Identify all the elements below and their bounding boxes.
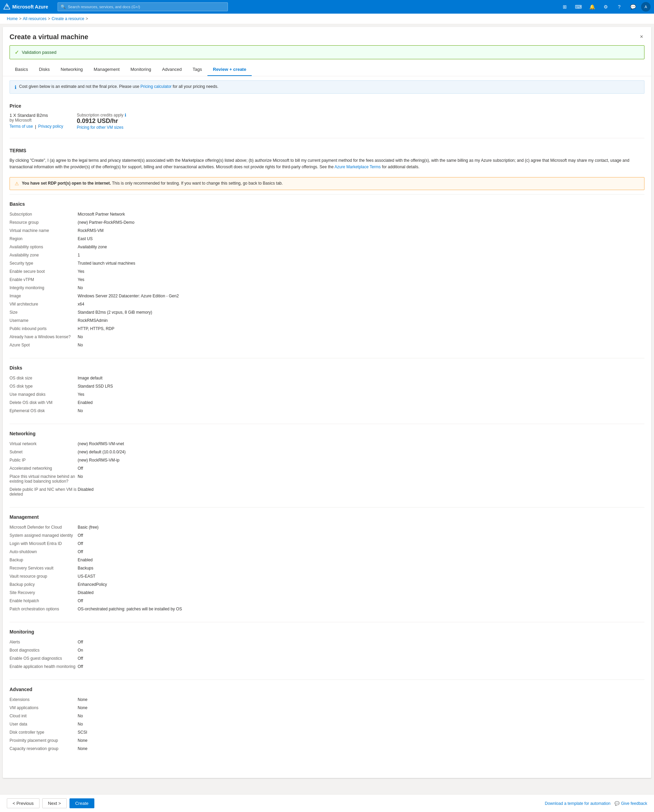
detail-val-vtpm: Yes [78, 276, 645, 283]
management-details-grid: Microsoft Defender for Cloud Basic (free… [9, 524, 645, 612]
detail-val-azure-spot: No [78, 342, 645, 348]
detail-key-user-data: User data [9, 721, 78, 728]
detail-key-subnet: Subnet [9, 449, 78, 455]
cloud-shell-icon[interactable]: ⌨ [573, 2, 584, 12]
detail-key-username: Username [9, 317, 78, 324]
detail-key-disk-controller: Disk controller type [9, 729, 78, 736]
detail-val-alerts: Off [78, 639, 645, 646]
detail-key-defender: Microsoft Defender for Cloud [9, 524, 78, 531]
detail-val-hotpatch: Off [78, 597, 645, 604]
tab-disks[interactable]: Disks [34, 63, 55, 76]
notifications-icon[interactable]: 🔔 [587, 2, 597, 12]
tab-basics[interactable]: Basics [9, 63, 34, 76]
terms-of-use-link[interactable]: Terms of use [9, 124, 33, 129]
search-box[interactable]: 🔍 Search resources, services, and docs (… [58, 2, 228, 11]
tab-monitoring[interactable]: Monitoring [125, 63, 157, 76]
bottom-bar: < Previous Next > Create Download a temp… [0, 794, 654, 812]
detail-val-load-balancing: No [78, 473, 645, 485]
price-amount: 0.0912 USD/hr [76, 118, 126, 125]
help-icon[interactable]: ? [614, 2, 625, 12]
basics-details-section: Basics Subscription Microsoft Partner Ne… [3, 198, 651, 354]
detail-key-recovery-vault: Recovery Services vault [9, 565, 78, 572]
breadcrumb-home[interactable]: Home [7, 16, 18, 21]
divider-4 [9, 424, 645, 424]
detail-val-defender: Basic (free) [78, 524, 645, 531]
detail-val-boot-diagnostics: On [78, 647, 645, 653]
disks-details-section: Disks OS disk size Image default OS disk… [3, 362, 651, 420]
detail-val-vm-arch: x64 [78, 301, 645, 308]
detail-val-os-guest-diag: Off [78, 655, 645, 662]
grid-icon[interactable]: ⊞ [559, 2, 570, 12]
breadcrumb-create-resource[interactable]: Create a resource [52, 16, 84, 21]
detail-val-cloud-init: No [78, 713, 645, 719]
close-button[interactable]: × [639, 32, 645, 41]
other-sizes-link[interactable]: Pricing for other VM sizes [76, 125, 123, 130]
detail-val-vnet: (new) RockRMS-VM-vnet [78, 440, 645, 447]
detail-key-azure-spot: Azure Spot [9, 342, 78, 348]
detail-key-vnet: Virtual network [9, 440, 78, 447]
detail-key-vm-arch: VM architecture [9, 301, 78, 308]
search-placeholder: Search resources, services, and docs (G+… [68, 5, 140, 9]
tab-review-create[interactable]: Review + create [208, 63, 252, 76]
detail-key-os-guest-diag: Enable OS guest diagnostics [9, 655, 78, 662]
info-icon: ℹ [15, 84, 16, 90]
detail-val-os-disk-type: Standard SSD LRS [78, 383, 645, 390]
create-button[interactable]: Create [69, 798, 94, 808]
breadcrumb-all-resources[interactable]: All resources [23, 16, 46, 21]
pricing-calculator-link[interactable]: Pricing calculator [141, 84, 173, 89]
detail-key-os-disk-type: OS disk type [9, 383, 78, 390]
detail-key-patch-orchestration: Patch orchestration options [9, 606, 78, 612]
tab-management[interactable]: Management [88, 63, 125, 76]
previous-button[interactable]: < Previous [7, 798, 40, 808]
detail-val-user-data: No [78, 721, 645, 728]
detail-key-windows-license: Already have a Windows license? [9, 333, 78, 340]
detail-val-auto-shutdown: Off [78, 548, 645, 555]
breadcrumb-sep-2: > [48, 16, 50, 21]
networking-details-grid: Virtual network (new) RockRMS-VM-vnet Su… [9, 440, 645, 498]
divider-5 [9, 507, 645, 508]
detail-key-os-disk-size: OS disk size [9, 375, 78, 382]
settings-icon[interactable]: ⚙ [600, 2, 611, 12]
main-wrapper: Home > All resources > Create a resource… [0, 14, 654, 778]
divider-3 [9, 358, 645, 358]
subscription-credits-info: Subscription credits apply ℹ [76, 113, 126, 118]
next-button[interactable]: Next > [42, 798, 67, 808]
terms-section: TERMS By clicking "Create", I (a) agree … [3, 142, 651, 173]
avatar[interactable]: A [641, 2, 651, 12]
feedback-icon-small: 💬 [614, 801, 620, 806]
detail-key-inbound-ports: Public inbound ports [9, 325, 78, 332]
detail-key-secure-boot: Enable secure boot [9, 268, 78, 275]
disks-details-heading: Disks [9, 365, 645, 371]
validation-message: Validation passed [22, 50, 57, 55]
feedback-icon[interactable]: 💬 [627, 2, 638, 12]
networking-details-section: Networking Virtual network (new) RockRMS… [3, 428, 651, 503]
detail-key-size: Size [9, 309, 78, 316]
breadcrumb-sep-1: > [19, 16, 21, 21]
info-bar: ℹ Cost given below is an estimate and no… [9, 80, 645, 94]
detail-val-site-recovery: Disabled [78, 589, 645, 596]
advanced-details-section: Advanced Extensions None VM applications… [3, 684, 651, 757]
networking-details-heading: Networking [9, 431, 645, 436]
detail-key-capacity-rg: Capacity reservation group [9, 745, 78, 752]
page-title: Create a virtual machine [9, 33, 88, 41]
terms-heading: TERMS [9, 148, 645, 153]
warning-icon: ⚠ [15, 181, 19, 186]
give-feedback-link[interactable]: 💬 Give feedback [614, 801, 647, 806]
tab-tags[interactable]: Tags [187, 63, 208, 76]
price-product: 1 X Standard B2ms [9, 113, 63, 118]
detail-key-availability-options: Availability options [9, 244, 78, 250]
privacy-policy-link[interactable]: Privacy policy [38, 124, 63, 129]
bottom-right-actions: Download a template for automation 💬 Giv… [545, 801, 648, 806]
detail-key-resource-group: Resource group [9, 219, 78, 226]
marketplace-terms-link[interactable]: Azure Marketplace Terms [335, 165, 382, 169]
divider-1 [9, 138, 645, 138]
panel-header: Create a virtual machine × [3, 27, 651, 41]
detail-val-windows-license: No [78, 333, 645, 340]
tab-advanced[interactable]: Advanced [157, 63, 187, 76]
detail-key-ephemeral-disk: Ephemeral OS disk [9, 408, 78, 414]
download-template-link[interactable]: Download a template for automation [545, 801, 611, 806]
detail-key-site-recovery: Site Recovery [9, 589, 78, 596]
detail-val-extensions: None [78, 696, 645, 703]
search-icon: 🔍 [61, 5, 66, 9]
tab-networking[interactable]: Networking [55, 63, 88, 76]
